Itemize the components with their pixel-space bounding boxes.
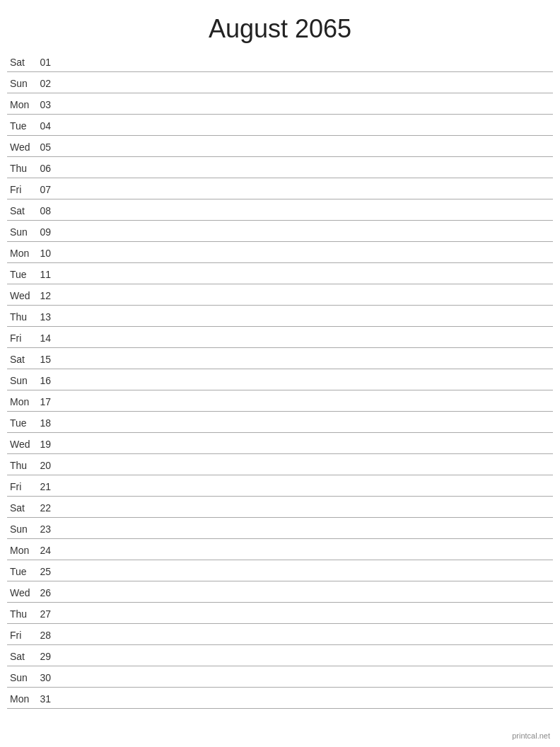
day-number: 07 <box>35 184 55 195</box>
day-line <box>55 698 553 699</box>
day-line <box>55 465 553 465</box>
day-number: 23 <box>35 523 55 535</box>
day-number: 26 <box>35 587 55 598</box>
day-row: Mon31 <box>7 688 553 709</box>
day-line <box>55 295 553 296</box>
day-line <box>55 613 553 614</box>
day-name: Tue <box>7 120 35 132</box>
day-number: 09 <box>35 226 55 238</box>
day-name: Sun <box>7 78 35 89</box>
day-line <box>55 359 553 359</box>
day-line <box>55 528 553 529</box>
day-line <box>55 635 553 635</box>
day-name: Sun <box>7 375 35 386</box>
day-row: Fri07 <box>7 178 553 199</box>
day-number: 11 <box>35 269 55 280</box>
day-name: Fri <box>7 481 35 492</box>
day-number: 16 <box>35 375 55 386</box>
day-name: Thu <box>7 460 35 471</box>
day-row: Wed19 <box>7 433 553 454</box>
day-line <box>55 677 553 678</box>
day-number: 10 <box>35 248 55 259</box>
day-line <box>55 316 553 317</box>
day-line <box>55 274 553 274</box>
day-name: Wed <box>7 439 35 450</box>
day-row: Tue18 <box>7 412 553 433</box>
day-line <box>55 337 553 338</box>
day-row: Tue25 <box>7 560 553 581</box>
day-row: Mon03 <box>7 93 553 115</box>
day-number: 24 <box>35 545 55 556</box>
day-row: Sat29 <box>7 645 553 666</box>
day-name: Wed <box>7 141 35 153</box>
day-number: 27 <box>35 608 55 620</box>
day-row: Thu20 <box>7 454 553 475</box>
day-row: Fri21 <box>7 475 553 497</box>
day-name: Sat <box>7 651 35 662</box>
day-number: 18 <box>35 417 55 429</box>
day-line <box>55 422 553 423</box>
day-row: Sun09 <box>7 221 553 242</box>
day-row: Wed05 <box>7 136 553 157</box>
day-row: Mon10 <box>7 242 553 263</box>
day-number: 01 <box>35 57 55 68</box>
day-row: Sat08 <box>7 199 553 221</box>
day-name: Wed <box>7 290 35 301</box>
day-line <box>55 83 553 83</box>
day-line <box>55 146 553 147</box>
day-line <box>55 210 553 211</box>
day-name: Sat <box>7 57 35 68</box>
day-number: 05 <box>35 141 55 153</box>
day-line <box>55 550 553 550</box>
day-row: Mon17 <box>7 390 553 412</box>
day-number: 13 <box>35 311 55 323</box>
day-number: 20 <box>35 460 55 471</box>
day-row: Tue11 <box>7 263 553 284</box>
day-line <box>55 168 553 168</box>
day-number: 31 <box>35 693 55 705</box>
day-row: Wed12 <box>7 284 553 306</box>
day-name: Thu <box>7 163 35 174</box>
day-line <box>55 656 553 656</box>
day-line <box>55 104 553 105</box>
day-row: Sun30 <box>7 666 553 688</box>
day-number: 21 <box>35 481 55 492</box>
day-name: Fri <box>7 184 35 195</box>
day-row: Sat01 <box>7 51 553 72</box>
day-line <box>55 507 553 508</box>
day-row: Tue04 <box>7 115 553 136</box>
day-line <box>55 380 553 381</box>
day-name: Tue <box>7 417 35 429</box>
day-line <box>55 401 553 402</box>
day-number: 03 <box>35 99 55 110</box>
day-name: Fri <box>7 332 35 344</box>
day-row: Fri14 <box>7 327 553 348</box>
day-line <box>55 62 553 62</box>
day-name: Sun <box>7 523 35 535</box>
day-row: Sun23 <box>7 518 553 539</box>
day-number: 17 <box>35 396 55 407</box>
day-number: 22 <box>35 502 55 514</box>
day-number: 29 <box>35 651 55 662</box>
day-line <box>55 571 553 572</box>
day-name: Sat <box>7 354 35 365</box>
day-name: Tue <box>7 269 35 280</box>
day-name: Mon <box>7 545 35 556</box>
day-name: Mon <box>7 99 35 110</box>
day-number: 19 <box>35 439 55 450</box>
day-number: 08 <box>35 205 55 216</box>
day-row: Wed26 <box>7 581 553 603</box>
day-row: Thu13 <box>7 306 553 327</box>
day-number: 28 <box>35 630 55 641</box>
footer-label: printcal.net <box>512 731 550 740</box>
day-line <box>55 253 553 253</box>
day-name: Mon <box>7 248 35 259</box>
day-number: 06 <box>35 163 55 174</box>
calendar-container: Sat01Sun02Mon03Tue04Wed05Thu06Fri07Sat08… <box>0 51 560 709</box>
day-line <box>55 592 553 593</box>
day-row: Sun02 <box>7 72 553 93</box>
day-name: Fri <box>7 630 35 641</box>
day-name: Thu <box>7 608 35 620</box>
day-number: 02 <box>35 78 55 89</box>
day-row: Sun16 <box>7 369 553 390</box>
